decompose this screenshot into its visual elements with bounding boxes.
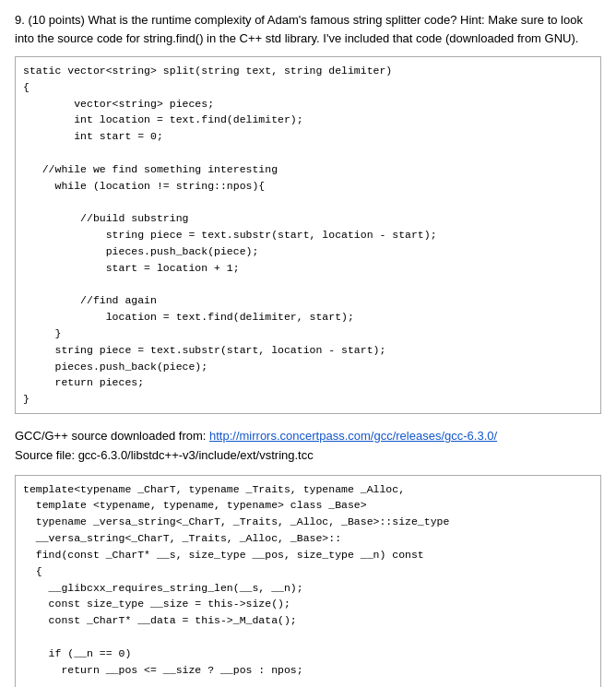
code-block-1: static vector<string> split(string text,…	[15, 56, 601, 414]
question-points: (10 points)	[28, 13, 84, 27]
code-block-2: template<typename _CharT, typename _Trai…	[15, 475, 601, 687]
source-link[interactable]: http://mirrors.concertpass.com/gcc/relea…	[209, 429, 497, 443]
question-text: 9. (10 points) What is the runtime compl…	[15, 11, 601, 47]
that-word: that	[393, 31, 413, 45]
question-container: 9. (10 points) What is the runtime compl…	[15, 11, 601, 687]
source-info: GCC/G++ source downloaded from: http://m…	[15, 427, 601, 466]
source-label1: GCC/G++ source downloaded from:	[15, 429, 209, 443]
question-body: What is the runtime complexity of Adam's…	[15, 13, 583, 45]
source-label2: Source file: gcc-6.3.0/libstdc++-v3/incl…	[15, 448, 314, 462]
question-number: 9.	[15, 13, 25, 27]
